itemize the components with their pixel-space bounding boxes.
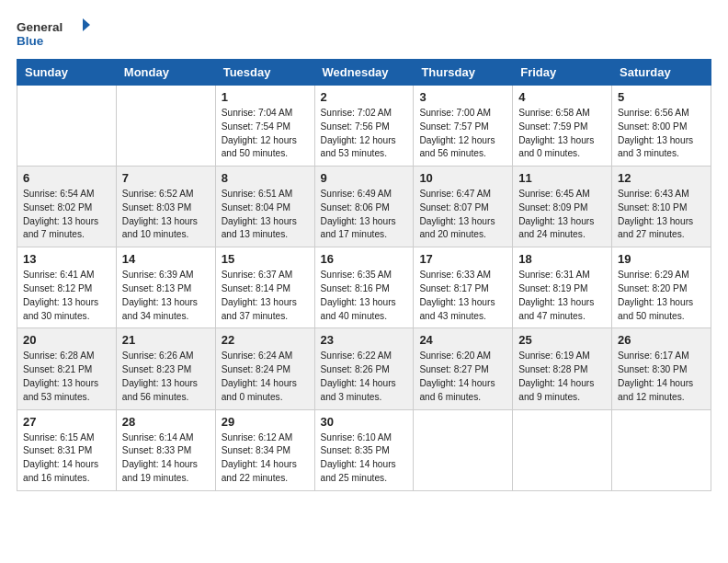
day-number: 10 (419, 171, 506, 185)
cell-text: Sunrise: 6:39 AM Sunset: 8:13 PM Dayligh… (122, 269, 210, 323)
calendar-cell: 29Sunrise: 6:12 AM Sunset: 8:34 PM Dayli… (215, 409, 314, 490)
week-row-3: 13Sunrise: 6:41 AM Sunset: 8:12 PM Dayli… (17, 247, 711, 328)
day-number: 21 (122, 333, 210, 347)
cell-text: Sunrise: 6:54 AM Sunset: 8:02 PM Dayligh… (23, 188, 110, 242)
day-number: 27 (23, 415, 110, 429)
calendar-cell: 26Sunrise: 6:17 AM Sunset: 8:30 PM Dayli… (612, 328, 711, 409)
cell-text: Sunrise: 6:29 AM Sunset: 8:20 PM Dayligh… (618, 269, 705, 323)
week-row-4: 20Sunrise: 6:28 AM Sunset: 8:21 PM Dayli… (17, 328, 711, 409)
day-number: 2 (321, 90, 408, 104)
cell-text: Sunrise: 7:04 AM Sunset: 7:54 PM Dayligh… (222, 107, 309, 161)
calendar-cell: 17Sunrise: 6:33 AM Sunset: 8:17 PM Dayli… (414, 247, 513, 328)
day-number: 12 (618, 171, 705, 185)
day-number: 26 (618, 333, 705, 347)
day-number: 28 (122, 415, 210, 429)
calendar-cell: 21Sunrise: 6:26 AM Sunset: 8:23 PM Dayli… (116, 328, 215, 409)
weekday-header-tuesday: Tuesday (215, 60, 314, 86)
weekday-header-sunday: Sunday (17, 60, 117, 86)
cell-text: Sunrise: 6:43 AM Sunset: 8:10 PM Dayligh… (618, 188, 705, 242)
cell-text: Sunrise: 6:58 AM Sunset: 7:59 PM Dayligh… (518, 107, 606, 161)
cell-text: Sunrise: 6:28 AM Sunset: 8:21 PM Dayligh… (23, 350, 110, 404)
svg-text:Blue: Blue (17, 34, 44, 48)
cell-text: Sunrise: 6:10 AM Sunset: 8:35 PM Dayligh… (321, 431, 408, 486)
weekday-header-thursday: Thursday (414, 60, 513, 86)
day-number: 24 (419, 333, 506, 347)
cell-text: Sunrise: 6:22 AM Sunset: 8:26 PM Dayligh… (321, 350, 408, 404)
cell-text: Sunrise: 6:15 AM Sunset: 8:31 PM Dayligh… (23, 431, 110, 486)
svg-marker-2 (83, 18, 90, 31)
day-number: 25 (518, 333, 606, 347)
weekday-header-wednesday: Wednesday (314, 60, 414, 86)
cell-text: Sunrise: 6:12 AM Sunset: 8:34 PM Dayligh… (222, 431, 309, 486)
calendar-cell: 24Sunrise: 6:20 AM Sunset: 8:27 PM Dayli… (414, 328, 513, 409)
calendar-cell: 14Sunrise: 6:39 AM Sunset: 8:13 PM Dayli… (116, 247, 215, 328)
calendar-cell: 23Sunrise: 6:22 AM Sunset: 8:26 PM Dayli… (314, 328, 414, 409)
cell-text: Sunrise: 6:47 AM Sunset: 8:07 PM Dayligh… (419, 188, 506, 242)
day-number: 15 (222, 252, 309, 266)
header: General Blue (17, 17, 711, 50)
cell-text: Sunrise: 6:41 AM Sunset: 8:12 PM Dayligh… (23, 269, 110, 323)
week-row-5: 27Sunrise: 6:15 AM Sunset: 8:31 PM Dayli… (17, 409, 711, 490)
cell-text: Sunrise: 6:17 AM Sunset: 8:30 PM Dayligh… (618, 350, 705, 404)
cell-text: Sunrise: 7:00 AM Sunset: 7:57 PM Dayligh… (419, 107, 506, 161)
cell-text: Sunrise: 6:49 AM Sunset: 8:06 PM Dayligh… (321, 188, 408, 242)
svg-text:General: General (17, 20, 63, 34)
calendar-cell: 6Sunrise: 6:54 AM Sunset: 8:02 PM Daylig… (17, 167, 117, 247)
day-number: 3 (419, 90, 506, 104)
calendar-cell: 9Sunrise: 6:49 AM Sunset: 8:06 PM Daylig… (314, 167, 414, 247)
day-number: 4 (518, 90, 606, 104)
day-number: 14 (122, 252, 210, 266)
day-number: 8 (222, 171, 309, 185)
calendar-cell: 25Sunrise: 6:19 AM Sunset: 8:28 PM Dayli… (513, 328, 612, 409)
cell-text: Sunrise: 6:51 AM Sunset: 8:04 PM Dayligh… (222, 188, 309, 242)
day-number: 11 (518, 171, 606, 185)
weekday-header-friday: Friday (513, 60, 612, 86)
calendar-cell: 19Sunrise: 6:29 AM Sunset: 8:20 PM Dayli… (612, 247, 711, 328)
calendar-cell (414, 409, 513, 490)
day-number: 17 (419, 252, 506, 266)
calendar-cell: 7Sunrise: 6:52 AM Sunset: 8:03 PM Daylig… (116, 167, 215, 247)
calendar-cell: 5Sunrise: 6:56 AM Sunset: 8:00 PM Daylig… (612, 86, 711, 167)
calendar-cell: 15Sunrise: 6:37 AM Sunset: 8:14 PM Dayli… (215, 247, 314, 328)
weekday-header-saturday: Saturday (612, 60, 711, 86)
day-number: 30 (321, 415, 408, 429)
day-number: 22 (222, 333, 309, 347)
cell-text: Sunrise: 6:56 AM Sunset: 8:00 PM Dayligh… (618, 107, 705, 161)
day-number: 9 (321, 171, 408, 185)
cell-text: Sunrise: 6:52 AM Sunset: 8:03 PM Dayligh… (122, 188, 210, 242)
week-row-1: 1Sunrise: 7:04 AM Sunset: 7:54 PM Daylig… (17, 86, 711, 167)
calendar-cell: 1Sunrise: 7:04 AM Sunset: 7:54 PM Daylig… (215, 86, 314, 167)
week-row-2: 6Sunrise: 6:54 AM Sunset: 8:02 PM Daylig… (17, 167, 711, 247)
day-number: 5 (618, 90, 705, 104)
day-number: 20 (23, 333, 110, 347)
page: General Blue SundayMondayTuesdayWednesda… (0, 0, 728, 563)
calendar-cell (17, 86, 117, 167)
calendar-cell: 16Sunrise: 6:35 AM Sunset: 8:16 PM Dayli… (314, 247, 414, 328)
day-number: 13 (23, 252, 110, 266)
calendar-cell: 20Sunrise: 6:28 AM Sunset: 8:21 PM Dayli… (17, 328, 117, 409)
logo-svg: General Blue (17, 17, 90, 50)
calendar-cell: 30Sunrise: 6:10 AM Sunset: 8:35 PM Dayli… (314, 409, 414, 490)
day-number: 16 (321, 252, 408, 266)
calendar-cell: 10Sunrise: 6:47 AM Sunset: 8:07 PM Dayli… (414, 167, 513, 247)
calendar-cell: 22Sunrise: 6:24 AM Sunset: 8:24 PM Dayli… (215, 328, 314, 409)
calendar-cell: 12Sunrise: 6:43 AM Sunset: 8:10 PM Dayli… (612, 167, 711, 247)
cell-text: Sunrise: 6:35 AM Sunset: 8:16 PM Dayligh… (321, 269, 408, 323)
cell-text: Sunrise: 6:45 AM Sunset: 8:09 PM Dayligh… (518, 188, 606, 242)
calendar-cell: 13Sunrise: 6:41 AM Sunset: 8:12 PM Dayli… (17, 247, 117, 328)
calendar-cell (612, 409, 711, 490)
calendar-cell: 8Sunrise: 6:51 AM Sunset: 8:04 PM Daylig… (215, 167, 314, 247)
calendar-cell: 11Sunrise: 6:45 AM Sunset: 8:09 PM Dayli… (513, 167, 612, 247)
calendar-table: SundayMondayTuesdayWednesdayThursdayFrid… (17, 59, 711, 491)
calendar-cell: 3Sunrise: 7:00 AM Sunset: 7:57 PM Daylig… (414, 86, 513, 167)
day-number: 18 (518, 252, 606, 266)
weekday-header-monday: Monday (116, 60, 215, 86)
day-number: 29 (222, 415, 309, 429)
day-number: 19 (618, 252, 705, 266)
cell-text: Sunrise: 6:26 AM Sunset: 8:23 PM Dayligh… (122, 350, 210, 404)
cell-text: Sunrise: 6:14 AM Sunset: 8:33 PM Dayligh… (122, 431, 210, 486)
cell-text: Sunrise: 7:02 AM Sunset: 7:56 PM Dayligh… (321, 107, 408, 161)
cell-text: Sunrise: 6:19 AM Sunset: 8:28 PM Dayligh… (518, 350, 606, 404)
cell-text: Sunrise: 6:37 AM Sunset: 8:14 PM Dayligh… (222, 269, 309, 323)
day-number: 7 (122, 171, 210, 185)
